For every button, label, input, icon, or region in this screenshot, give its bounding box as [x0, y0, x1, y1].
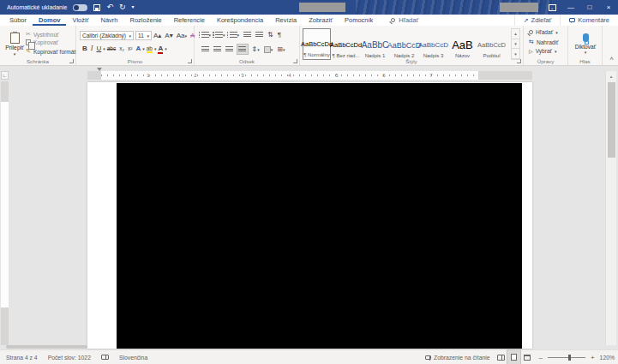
show-marks-button[interactable]: ¶ — [278, 31, 281, 39]
clipboard-dialog-launcher[interactable] — [69, 59, 74, 63]
autosave-toggle[interactable] — [73, 4, 87, 11]
zoom-out-button[interactable]: – — [538, 354, 542, 361]
highlight-button[interactable]: ab — [147, 45, 153, 51]
tab-selector[interactable]: ∟ — [1, 71, 9, 80]
page-indicator[interactable]: Strana 4 z 4 — [6, 355, 38, 361]
multilevel-list-button[interactable]: ▾ — [230, 32, 240, 37]
font-color-dropdown-icon[interactable]: ▾ — [165, 46, 167, 51]
grow-font-button[interactable]: A▴ — [153, 32, 161, 39]
dictate-button[interactable]: Diktovať ▾ — [572, 29, 599, 59]
font-dialog-launcher[interactable] — [188, 59, 192, 63]
horizontal-scrollbar-thumb[interactable] — [6, 345, 87, 349]
superscript-button[interactable]: x² — [128, 45, 132, 51]
tab-vlozit[interactable]: Vložiť — [66, 15, 94, 26]
zoom-level[interactable]: 120% — [600, 355, 615, 361]
text-effects-dropdown-icon[interactable]: ▾ — [142, 46, 145, 51]
align-right-button[interactable] — [225, 46, 233, 53]
language-indicator[interactable]: Slovenčina — [119, 355, 147, 361]
web-layout-button[interactable] — [520, 350, 533, 364]
tab-pomocnik[interactable]: Pomocník — [339, 15, 379, 26]
copy-button[interactable]: Kopírovať — [26, 39, 58, 45]
redo-icon[interactable]: ↻ — [119, 0, 126, 15]
scroll-up-icon[interactable]: ▴ — [606, 71, 616, 81]
format-painter-button[interactable]: ✎ Kopírovať formát — [26, 48, 75, 55]
styles-scroll-up[interactable]: ▴ — [512, 29, 519, 39]
align-center-button[interactable] — [213, 46, 221, 53]
vertical-scrollbar[interactable]: ▴ — [605, 71, 616, 345]
text-effects-button[interactable]: A — [135, 45, 141, 52]
shrink-font-button[interactable]: A▾ — [165, 32, 172, 39]
font-name-select[interactable]: Calibri (Základný) ▾ — [80, 31, 134, 40]
print-layout-button[interactable] — [507, 350, 520, 364]
qat-more-icon[interactable]: ▾ — [132, 0, 135, 15]
numbered-list-button[interactable]: ▾ — [215, 32, 225, 37]
underline-dropdown-icon[interactable]: ▾ — [103, 46, 105, 51]
status-left: Strana 4 z 4 Počet slov: 1022 Slovenčina — [6, 350, 147, 364]
proofing-icon[interactable] — [101, 355, 109, 360]
bold-button[interactable]: B — [82, 45, 87, 52]
reading-view-button[interactable]: Zobrazenie na čítanie — [425, 355, 489, 361]
tab-zobrazit[interactable]: Zobraziť — [303, 15, 339, 26]
tab-subor[interactable]: Súbor — [3, 15, 33, 26]
vertical-ruler[interactable] — [1, 81, 9, 345]
increase-indent-button[interactable] — [255, 32, 263, 39]
search-box[interactable]: Hľadať — [391, 16, 418, 24]
tab-rozlozenie[interactable]: Rozloženie — [124, 15, 168, 26]
style-normalny[interactable]: AaBbCcDd ¶ Normálny — [303, 28, 331, 60]
styles-scroll-down[interactable]: ▾ — [512, 39, 519, 50]
minimize-button[interactable]: — — [561, 0, 580, 15]
find-button[interactable]: Hľadať▾ — [529, 29, 558, 35]
style-nazov[interactable]: AaB Názov — [448, 28, 477, 60]
styles-dialog-launcher[interactable] — [517, 59, 521, 63]
subscript-button[interactable]: x₂ — [119, 45, 124, 51]
ribbon-display-options-button[interactable]: ⌄ — [543, 0, 561, 15]
horizontal-ruler[interactable]: 1 2 3 4 5 6 7 — [87, 71, 532, 80]
zoom-slider[interactable] — [548, 357, 585, 358]
decrease-indent-button[interactable] — [243, 32, 251, 39]
tab-revizia[interactable]: Revízia — [269, 15, 303, 26]
bullet-list-icon — [201, 32, 209, 37]
read-mode-button[interactable] — [495, 350, 507, 364]
style-podtitul[interactable]: AaBbCcD Podtitul — [477, 28, 506, 60]
tab-referencie[interactable]: Referencie — [168, 15, 211, 26]
comments-button[interactable]: Komentáre — [560, 15, 618, 26]
borders-button[interactable]: ⊞▾ — [277, 45, 285, 53]
sort-button[interactable]: ⇅ — [267, 31, 273, 39]
maximize-button[interactable]: □ — [580, 0, 599, 15]
line-spacing-button[interactable]: ⇕▾ — [252, 45, 260, 53]
change-case-button[interactable]: Aa▾ — [177, 32, 187, 39]
style-nadpis-2[interactable]: AaBbCcD Nadpis 2 — [390, 28, 418, 60]
save-icon[interactable] — [93, 4, 100, 11]
strikethrough-button[interactable]: abc — [107, 45, 116, 51]
underline-button[interactable]: U — [96, 45, 101, 52]
font-color-button[interactable]: A — [158, 45, 163, 52]
share-button[interactable]: ↗ Zdieľať — [514, 15, 561, 26]
align-left-button[interactable] — [201, 46, 209, 53]
zoom-in-button[interactable]: + — [591, 354, 595, 361]
style-bez-riadkovania[interactable]: AaBbCcDd ¶ Bez riad... — [332, 28, 360, 60]
tab-domov[interactable]: Domov — [33, 15, 66, 26]
font-size-select[interactable]: 11 ▾ — [135, 31, 152, 40]
close-button[interactable]: × — [599, 0, 618, 15]
select-button[interactable]: ▷ Vybrať▾ — [529, 48, 557, 54]
vertical-scrollbar-thumb[interactable] — [608, 82, 615, 158]
bullet-list-button[interactable]: ▾ — [201, 32, 212, 37]
style-nadpis-3[interactable]: AaBbCcD Nadpis 3 — [419, 28, 447, 60]
tab-navrh[interactable]: Návrh — [95, 15, 124, 26]
paste-button[interactable]: Prilepiť ▾ — [3, 28, 26, 60]
cut-button[interactable]: ✂ Vystrihnúť — [26, 31, 59, 38]
tab-korespondencia[interactable]: Korešpondencia — [211, 15, 269, 26]
italic-button[interactable]: I — [91, 45, 93, 52]
word-count[interactable]: Počet slov: 1022 — [48, 355, 91, 361]
style-nadpis-1[interactable]: AaBbC Nadpis 1 — [361, 28, 389, 60]
collapse-ribbon-icon[interactable]: ˄ — [609, 55, 614, 63]
highlight-dropdown-icon[interactable]: ▾ — [154, 46, 157, 51]
zoom-slider-thumb[interactable] — [568, 355, 571, 361]
redacted-account-name — [500, 3, 538, 12]
paragraph-dialog-launcher[interactable] — [293, 59, 297, 63]
replace-button[interactable]: ⇆ Nahradiť — [529, 39, 558, 45]
ruler-number: 6 — [382, 73, 385, 78]
shading-button[interactable]: ▾ — [264, 46, 273, 53]
justify-button[interactable] — [237, 45, 248, 54]
undo-icon[interactable]: ↶ — [106, 0, 113, 15]
